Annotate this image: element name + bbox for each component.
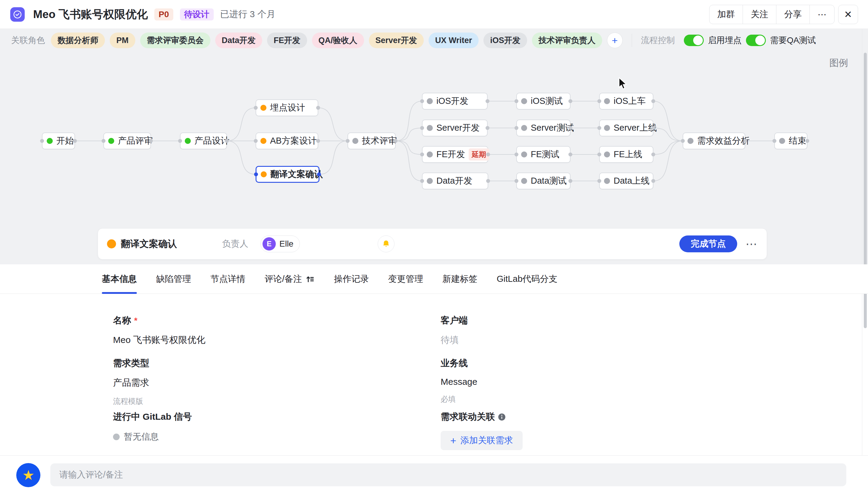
- tab-label: 新建标签: [442, 273, 477, 285]
- node-status-dot: [521, 151, 527, 157]
- owner-chip[interactable]: E Elle: [260, 236, 300, 252]
- node-label: iOS开发: [437, 95, 468, 107]
- owner-label: 负责人: [222, 238, 248, 250]
- header-action-button[interactable]: 分享: [776, 5, 809, 24]
- node-status-dot: [604, 98, 610, 104]
- close-button[interactable]: ✕: [838, 5, 858, 24]
- flow-node-server-dev[interactable]: Server开发: [422, 120, 488, 136]
- business-line-hint: 必填: [441, 394, 477, 404]
- gitlab-empty-text: 暂无信息: [124, 431, 159, 443]
- flow-node-data-test[interactable]: Data测试: [516, 172, 571, 189]
- node-panel-title: 翻译文案确认: [121, 238, 177, 250]
- flow-node-data-ship[interactable]: Data上线: [599, 172, 653, 189]
- tab-操作记录[interactable]: 操作记录: [334, 264, 369, 294]
- tab-label: 缺陷管理: [156, 273, 191, 285]
- flow-node-product-design[interactable]: 产品设计: [180, 133, 227, 149]
- node-label: FE开发: [437, 149, 465, 160]
- business-line-value[interactable]: Message: [441, 377, 477, 387]
- node-label: 需求效益分析: [697, 135, 750, 147]
- add-linked-requirement-button[interactable]: + 添加关联需求: [441, 431, 523, 450]
- node-label: AB方案设计: [270, 135, 317, 147]
- flow-node-translation-confirm[interactable]: 翻译文案确认: [256, 166, 320, 183]
- node-label: 技术评审: [362, 135, 397, 147]
- tab-变更管理[interactable]: 变更管理: [388, 264, 423, 294]
- mouse-cursor: [618, 77, 630, 90]
- tab-label: 评论/备注: [265, 273, 302, 285]
- tab-缺陷管理[interactable]: 缺陷管理: [156, 264, 191, 294]
- required-mark: *: [134, 316, 137, 325]
- node-status-dot: [352, 138, 358, 144]
- node-status-dot: [427, 98, 433, 104]
- client-label: 客户端: [441, 314, 468, 327]
- flow-node-ios-test[interactable]: iOS测试: [516, 93, 571, 109]
- flow-node-ab-design[interactable]: AB方案设计: [256, 133, 318, 149]
- flow-node-end[interactable]: 结束: [774, 133, 807, 149]
- flow-node-ios-ship[interactable]: iOS上车: [599, 93, 653, 109]
- workflow-canvas: 关联角色 数据分析师PM需求评审委员会Data开发FE开发QA/验收人Serve…: [0, 29, 868, 264]
- node-status-dot: [521, 125, 527, 131]
- header-action-button[interactable]: 关注: [743, 5, 776, 24]
- tab-label: 操作记录: [334, 273, 369, 285]
- flow-node-fe-ship[interactable]: FE上线: [599, 146, 653, 163]
- node-more-button[interactable]: ⋯: [746, 237, 758, 251]
- flow-node-fe-dev[interactable]: FE开发延期: [422, 146, 488, 163]
- tab-label: 变更管理: [388, 273, 423, 285]
- field-business-line: 业务线 Message 必填: [441, 357, 477, 404]
- linkage-label: 需求联动关联: [441, 411, 495, 423]
- tab-新建标签[interactable]: 新建标签: [442, 264, 477, 294]
- node-label: FE测试: [531, 149, 559, 160]
- tab-GitLab代码分支[interactable]: GitLab代码分支: [497, 264, 557, 294]
- action-button-group: 加群关注分享⋯: [709, 5, 835, 24]
- node-label: 埋点设计: [270, 102, 305, 114]
- header-action-button[interactable]: 加群: [709, 5, 743, 24]
- node-label: 结束: [789, 135, 806, 147]
- node-status-dot: [427, 125, 433, 131]
- node-label: 开始: [56, 135, 74, 147]
- field-req-type: 需求类型 产品需求 流程模版: [113, 357, 149, 406]
- node-label: FE上线: [613, 149, 642, 160]
- client-placeholder[interactable]: 待填: [441, 334, 468, 346]
- flow-node-product-review[interactable]: 产品评审: [103, 133, 151, 149]
- duration-text: 已进行 3 个月: [220, 8, 276, 20]
- field-linkage: 需求联动关联 + 添加关联需求: [441, 411, 523, 450]
- complete-node-button[interactable]: 完成节点: [679, 236, 737, 252]
- req-type-value[interactable]: 产品需求: [113, 377, 149, 389]
- empty-status-dot: [113, 433, 120, 440]
- current-user-avatar: ★: [16, 463, 40, 487]
- node-status-dot: [604, 125, 610, 131]
- node-status-dot: [261, 171, 267, 177]
- node-status-dot: [604, 178, 610, 184]
- flow-node-server-test[interactable]: Server测试: [516, 120, 571, 136]
- status-badge: 待设计: [180, 8, 214, 20]
- flow-node-tech-review[interactable]: 技术评审: [347, 133, 396, 149]
- flow-node-fe-test[interactable]: FE测试: [516, 146, 571, 163]
- field-client: 客户端 待填: [441, 314, 468, 346]
- star-icon: ★: [22, 468, 34, 482]
- tab-label: 节点详情: [210, 273, 245, 285]
- flow-node-server-ship[interactable]: Server上线: [599, 120, 653, 136]
- name-value[interactable]: Meo 飞书账号权限优化: [113, 334, 206, 346]
- page-title: Meo 飞书账号权限优化: [33, 7, 148, 22]
- flow-node-tracking-design[interactable]: 埋点设计: [256, 99, 318, 116]
- header-action-button[interactable]: ⋯: [809, 5, 834, 24]
- tab-评论/备注[interactable]: 评论/备注: [265, 264, 315, 294]
- node-status-dot: [521, 178, 527, 184]
- tab-节点详情[interactable]: 节点详情: [210, 264, 245, 294]
- comment-input[interactable]: 请输入评论/备注: [50, 463, 846, 486]
- flow-node-start[interactable]: 开始: [42, 133, 75, 149]
- flow-node-ios-dev[interactable]: iOS开发: [422, 93, 488, 109]
- node-label: Server开发: [437, 122, 479, 134]
- owner-name: Elle: [279, 239, 294, 249]
- gitlab-signal-label: 进行中 GitLab 信号: [113, 411, 192, 423]
- field-gitlab-signal: 进行中 GitLab 信号 暂无信息: [113, 411, 192, 443]
- add-linked-requirement-label: 添加关联需求: [460, 434, 513, 446]
- header-actions: 加群关注分享⋯ ✕: [709, 5, 858, 24]
- notify-button[interactable]: [378, 236, 394, 252]
- tab-基本信息[interactable]: 基本信息: [102, 264, 137, 294]
- field-name: 名称 * Meo 飞书账号权限优化: [113, 314, 206, 346]
- node-label: 翻译文案确认: [271, 168, 323, 181]
- flow-node-data-dev[interactable]: Data开发: [422, 172, 488, 189]
- node-label: Server测试: [531, 122, 574, 134]
- flow-node-benefit[interactable]: 需求效益分析: [683, 133, 745, 149]
- requirement-detail-window: Meo 飞书账号权限优化 P0 待设计 已进行 3 个月 加群关注分享⋯ ✕ 关…: [0, 0, 868, 495]
